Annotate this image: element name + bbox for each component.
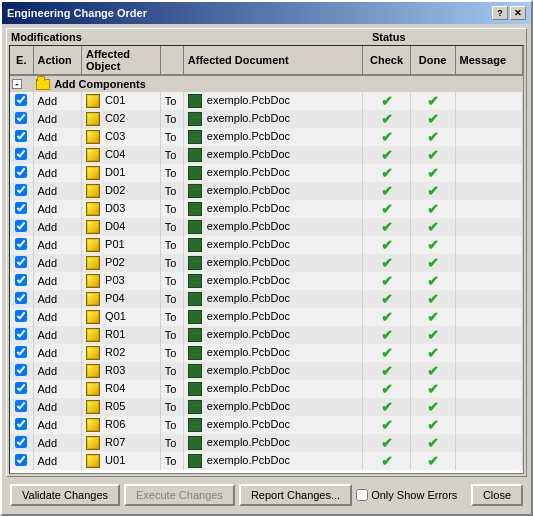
row-done-status: ✔ <box>410 434 455 452</box>
row-document: exemplo.PcbDoc <box>183 182 363 200</box>
validate-button[interactable]: Validate Changes <box>10 484 120 506</box>
row-checkbox[interactable] <box>15 274 27 286</box>
row-checkbox[interactable] <box>15 256 27 268</box>
row-to: To <box>160 200 183 218</box>
row-enable-cell[interactable] <box>10 254 33 272</box>
row-enable-cell[interactable] <box>10 434 33 452</box>
row-checkbox[interactable] <box>15 328 27 340</box>
row-enable-cell[interactable] <box>10 200 33 218</box>
table-row: Add D04 To exemplo.PcbDoc ✔ ✔ <box>10 218 523 236</box>
row-action: Add <box>33 416 82 434</box>
table-row: Add P03 To exemplo.PcbDoc ✔ ✔ <box>10 272 523 290</box>
row-document: exemplo.PcbDoc <box>183 434 363 452</box>
row-document: exemplo.PcbDoc <box>183 290 363 308</box>
row-checkbox[interactable] <box>15 454 27 466</box>
row-document: exemplo.PcbDoc <box>183 236 363 254</box>
row-checkbox[interactable] <box>15 418 27 430</box>
close-title-button[interactable]: ✕ <box>510 6 526 20</box>
row-enable-cell[interactable] <box>10 146 33 164</box>
row-checkbox[interactable] <box>15 94 27 106</box>
done-green-icon: ✔ <box>427 93 439 109</box>
row-checkbox[interactable] <box>15 310 27 322</box>
table-row: Add P01 To exemplo.PcbDoc ✔ ✔ <box>10 236 523 254</box>
row-action: Add <box>33 272 82 290</box>
done-green-icon: ✔ <box>427 291 439 307</box>
done-green-icon: ✔ <box>427 183 439 199</box>
row-check-status: ✔ <box>363 380 410 398</box>
execute-button[interactable]: Execute Changes <box>124 484 235 506</box>
pcb-icon <box>188 364 202 378</box>
row-enable-cell[interactable] <box>10 398 33 416</box>
row-enable-cell[interactable] <box>10 164 33 182</box>
row-done-status: ✔ <box>410 452 455 470</box>
table-container[interactable]: E. Action Affected Object Affected Docum… <box>9 45 524 474</box>
row-enable-cell[interactable] <box>10 452 33 470</box>
row-checkbox[interactable] <box>15 130 27 142</box>
row-check-status: ✔ <box>363 362 410 380</box>
row-enable-cell[interactable] <box>10 326 33 344</box>
row-document: exemplo.PcbDoc <box>183 92 363 110</box>
row-to: To <box>160 110 183 128</box>
row-object: D02 <box>82 182 161 200</box>
row-action: Add <box>33 128 82 146</box>
row-message <box>455 254 522 272</box>
row-enable-cell[interactable] <box>10 344 33 362</box>
row-enable-cell[interactable] <box>10 128 33 146</box>
row-enable-cell[interactable] <box>10 92 33 110</box>
row-done-status: ✔ <box>410 164 455 182</box>
row-to: To <box>160 92 183 110</box>
pcb-icon <box>188 310 202 324</box>
row-to: To <box>160 434 183 452</box>
row-checkbox[interactable] <box>15 148 27 160</box>
row-enable-cell[interactable] <box>10 308 33 326</box>
row-done-status: ✔ <box>410 200 455 218</box>
component-icon <box>86 364 100 378</box>
row-object: C01 <box>82 92 161 110</box>
row-check-status: ✔ <box>363 182 410 200</box>
row-checkbox[interactable] <box>15 238 27 250</box>
row-checkbox[interactable] <box>15 382 27 394</box>
component-icon <box>86 400 100 414</box>
row-checkbox[interactable] <box>15 220 27 232</box>
row-message <box>455 362 522 380</box>
report-button[interactable]: Report Changes... <box>239 484 352 506</box>
row-enable-cell[interactable] <box>10 416 33 434</box>
group-header-row: - Add Components <box>10 75 523 92</box>
row-checkbox[interactable] <box>15 400 27 412</box>
row-checkbox[interactable] <box>15 346 27 358</box>
row-checkbox[interactable] <box>15 184 27 196</box>
row-enable-cell[interactable] <box>10 110 33 128</box>
row-checkbox[interactable] <box>15 364 27 376</box>
component-icon <box>86 148 100 162</box>
row-enable-cell[interactable] <box>10 236 33 254</box>
pcb-icon <box>188 328 202 342</box>
row-enable-cell[interactable] <box>10 182 33 200</box>
table-row: Add P04 To exemplo.PcbDoc ✔ ✔ <box>10 290 523 308</box>
component-icon <box>86 382 100 396</box>
row-message <box>455 308 522 326</box>
row-enable-cell[interactable] <box>10 272 33 290</box>
panel-header: Modifications Status <box>7 29 526 45</box>
col-done: Done <box>410 46 455 75</box>
component-icon <box>86 220 100 234</box>
help-button[interactable]: ? <box>492 6 508 20</box>
row-check-status: ✔ <box>363 110 410 128</box>
row-action: Add <box>33 236 82 254</box>
row-checkbox[interactable] <box>15 202 27 214</box>
row-document: exemplo.PcbDoc <box>183 254 363 272</box>
row-enable-cell[interactable] <box>10 218 33 236</box>
row-checkbox[interactable] <box>15 166 27 178</box>
row-message <box>455 146 522 164</box>
row-enable-cell[interactable] <box>10 380 33 398</box>
close-button[interactable]: Close <box>471 484 523 506</box>
row-check-status: ✔ <box>363 164 410 182</box>
row-checkbox[interactable] <box>15 112 27 124</box>
row-enable-cell[interactable] <box>10 362 33 380</box>
row-checkbox[interactable] <box>15 292 27 304</box>
row-enable-cell[interactable] <box>10 290 33 308</box>
pcb-icon <box>188 400 202 414</box>
group-expander[interactable]: - <box>12 79 22 89</box>
check-green-icon: ✔ <box>381 363 393 379</box>
row-checkbox[interactable] <box>15 436 27 448</box>
only-errors-checkbox[interactable] <box>356 489 368 501</box>
